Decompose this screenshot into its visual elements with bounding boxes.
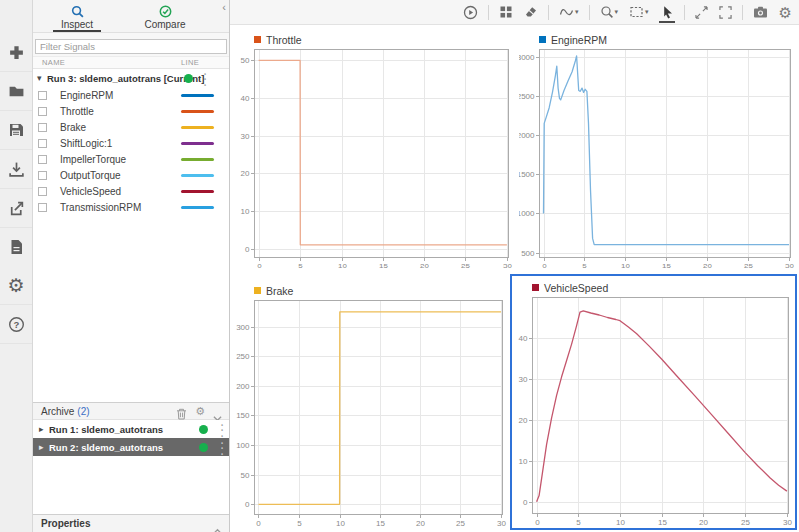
y-tick-label: 150: [236, 411, 250, 420]
signal-line-swatch[interactable]: [181, 190, 214, 193]
signal-row[interactable]: EngineRPM: [33, 87, 229, 103]
report-icon[interactable]: [0, 228, 32, 266]
signal-checkbox[interactable]: [38, 187, 47, 196]
properties-bar[interactable]: Properties: [33, 514, 229, 532]
subplot-vehiclespeed[interactable]: VehicleSpeed051015202530010203040: [510, 274, 797, 530]
archive-run-row-selected[interactable]: ▸Run 2: sldemo_autotrans●●●: [33, 438, 229, 456]
kebab-menu-icon[interactable]: ●●●: [221, 423, 223, 439]
column-header-name: NAME: [42, 58, 65, 67]
subplot-enginerpm[interactable]: EngineRPM0510152025305001000150020002500…: [519, 28, 797, 271]
y-tick-label: 300: [236, 323, 250, 332]
signal-checkbox[interactable]: [38, 155, 47, 164]
camera-snapshot-icon[interactable]: [752, 3, 769, 21]
run-status-dot[interactable]: [199, 425, 208, 434]
zoom-tool-icon[interactable]: ▾: [599, 3, 620, 21]
properties-label: Properties: [41, 518, 90, 529]
chart-canvas[interactable]: 05101520253001020304050: [234, 46, 515, 271]
fullscreen-icon[interactable]: [718, 4, 733, 21]
filter-signals-input[interactable]: [35, 39, 227, 54]
active-tab-underline: [53, 30, 101, 32]
signal-line-swatch[interactable]: [181, 174, 214, 177]
chart-legend: EngineRPM: [519, 28, 797, 46]
expand-caret-icon[interactable]: ▸: [39, 442, 48, 452]
plot-settings-gear-icon[interactable]: ⚙: [778, 3, 793, 22]
plot-toolbar: ▾ ▾ ▾ ⚙: [230, 0, 799, 25]
x-tick-label: 5: [582, 262, 587, 270]
legend-label: VehicleSpeed: [544, 282, 608, 294]
expand-caret-icon[interactable]: ▸: [39, 424, 48, 434]
archive-count: (2): [77, 406, 89, 417]
signal-line-swatch[interactable]: [181, 158, 214, 161]
y-tick-label: 20: [519, 416, 528, 425]
signal-row[interactable]: ImpellerTorque: [33, 151, 229, 167]
run-group-label: Run 3: sldemo_autotrans [Current]: [47, 73, 204, 84]
x-tick-label: 20: [699, 518, 708, 527]
signal-row[interactable]: Throttle: [33, 103, 229, 119]
help-icon[interactable]: ?: [0, 305, 32, 344]
signal-name: ImpellerTorque: [60, 154, 126, 165]
filter-row: [33, 33, 229, 56]
open-folder-icon[interactable]: [0, 72, 32, 111]
signal-line-swatch[interactable]: [181, 142, 214, 145]
x-tick-label: 10: [338, 262, 347, 270]
signal-checkbox[interactable]: [38, 107, 47, 116]
left-icon-strip: ⚙ ?: [0, 0, 33, 532]
fit-to-view-icon[interactable]: ▾: [628, 3, 650, 21]
chevron-up-icon[interactable]: [213, 521, 222, 532]
resize-arrows-icon[interactable]: [694, 4, 709, 21]
signal-checkbox[interactable]: [38, 171, 47, 180]
archive-section: Archive (2) ⚙ ▸Run 1: sldemo_autotrans●●…: [33, 402, 229, 515]
clear-plots-eraser-icon[interactable]: [523, 3, 539, 21]
chart-canvas[interactable]: 05101520253050010001500200025003000: [519, 46, 797, 271]
tab-compare[interactable]: Compare: [121, 0, 209, 32]
chart-canvas[interactable]: 051015202530010203040: [512, 294, 795, 528]
chart-canvas[interactable]: 051015202530050100150200250300: [234, 297, 509, 529]
signal-wave-icon[interactable]: ▾: [558, 3, 580, 21]
x-tick-label: 0: [535, 518, 540, 527]
x-tick-label: 10: [616, 518, 625, 527]
y-tick-label: 2500: [519, 92, 535, 101]
kebab-menu-icon[interactable]: ●●●: [221, 441, 223, 457]
subplot-brake[interactable]: Brake051015202530050100150200250300: [234, 279, 509, 529]
signal-line-swatch[interactable]: [181, 110, 214, 113]
signal-checkbox[interactable]: [38, 139, 47, 148]
y-tick-label: 10: [241, 207, 250, 216]
run-group-row[interactable]: ▾ Run 3: sldemo_autotrans [Current] ●●●: [33, 69, 229, 87]
tab-inspect[interactable]: Inspect: [33, 0, 121, 32]
signal-checkbox[interactable]: [38, 203, 47, 212]
run-status-dot[interactable]: [199, 443, 208, 452]
panel-collapse-icon[interactable]: ‹: [222, 1, 226, 13]
signal-checkbox[interactable]: [38, 91, 47, 100]
signal-line-swatch[interactable]: [181, 126, 214, 129]
record-play-icon[interactable]: [462, 3, 479, 22]
legend-swatch: [539, 36, 546, 43]
toolbar-separator: [488, 5, 489, 20]
signal-row[interactable]: ShiftLogic:1: [33, 135, 229, 151]
y-tick-label: 0: [245, 500, 250, 509]
subplot-throttle[interactable]: Throttle05101520253001020304050: [234, 28, 515, 271]
import-icon[interactable]: [0, 150, 32, 189]
export-icon[interactable]: [0, 189, 32, 228]
archive-header[interactable]: Archive (2) ⚙: [33, 402, 229, 420]
signal-row[interactable]: Brake: [33, 119, 229, 135]
signal-row[interactable]: TransmissionRPM: [33, 199, 229, 215]
kebab-menu-icon[interactable]: ●●●: [204, 72, 206, 88]
settings-gear-icon[interactable]: ⚙: [0, 266, 32, 305]
y-tick-label: 3000: [519, 53, 535, 62]
run-status-dot[interactable]: [184, 74, 193, 83]
x-tick-label: 20: [416, 519, 425, 528]
save-icon[interactable]: [0, 111, 32, 150]
archive-run-label: Run 2: sldemo_autotrans: [49, 442, 163, 453]
add-icon[interactable]: [0, 33, 32, 72]
archive-gear-icon[interactable]: ⚙: [195, 405, 205, 418]
signal-row[interactable]: OutputTorque: [33, 167, 229, 183]
archive-run-row[interactable]: ▸Run 1: sldemo_autotrans●●●: [33, 420, 229, 438]
signal-line-swatch[interactable]: [181, 94, 214, 97]
subplot-layout-icon[interactable]: [498, 3, 514, 21]
tab-compare-label: Compare: [144, 19, 185, 30]
signal-line-swatch[interactable]: [181, 206, 214, 209]
cursor-arrow-icon[interactable]: [659, 3, 675, 21]
signal-checkbox[interactable]: [38, 123, 47, 132]
signal-row[interactable]: VehicleSpeed: [33, 183, 229, 199]
expand-caret-icon[interactable]: ▾: [37, 73, 46, 83]
